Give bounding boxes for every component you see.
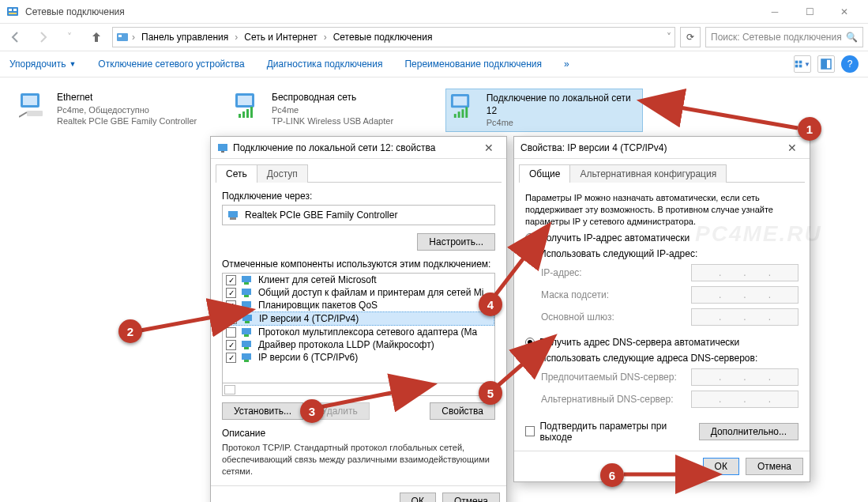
adapter-field: Realtek PCIe GBE Family Controller [222, 205, 495, 225]
connection-name: Ethernet [57, 92, 197, 104]
protocol-icon [241, 287, 254, 298]
back-button[interactable] [5, 26, 27, 48]
connection-device: Realtek PCIe GBE Family Controller [57, 115, 197, 126]
radio-auto-dns[interactable]: Получить адрес DNS-сервера автоматически [525, 337, 798, 348]
component-label: Планировщик пакетов QoS [258, 300, 378, 311]
radio-manual-dns[interactable]: Использовать следующие адреса DNS-сервер… [525, 353, 798, 364]
connection-name: Подключение по локальной сети 12 [487, 92, 639, 117]
svg-rect-38 [245, 321, 250, 323]
component-label: Общий доступ к файлам и принтерам для се… [258, 287, 483, 298]
cmd-organize[interactable]: Упорядочить ▼ [9, 59, 76, 70]
refresh-button[interactable]: ⟳ [680, 27, 701, 47]
breadcrumb-item[interactable]: Сетевые подключения [330, 32, 436, 43]
svg-rect-20 [250, 107, 253, 118]
connection-item[interactable]: Беспроводная сеть Pc4me TP-LINK Wireless… [231, 89, 428, 132]
svg-rect-33 [242, 289, 251, 295]
ip-label: IP-адрес: [541, 267, 683, 278]
svg-rect-11 [821, 59, 827, 69]
svg-rect-28 [221, 151, 224, 153]
configure-button[interactable]: Настроить... [417, 233, 495, 251]
radio-icon [525, 353, 535, 363]
install-button[interactable]: Установить... [222, 402, 303, 420]
component-row[interactable]: Протокол мультиплексора сетевого адаптер… [223, 326, 494, 338]
component-row[interactable]: ✓Общий доступ к файлам и принтерам для с… [223, 286, 494, 299]
cancel-button[interactable]: Отмена [442, 493, 500, 502]
component-row[interactable]: ✓Клиент для сетей Microsoft [223, 274, 494, 286]
svg-rect-19 [246, 109, 249, 118]
breadcrumb-dropdown[interactable]: ˅ [667, 32, 671, 43]
breadcrumb-item[interactable]: Сеть и Интернет [241, 32, 320, 43]
ok-button[interactable]: ОК [400, 493, 436, 502]
breadcrumb-icon [116, 31, 129, 43]
recent-dropdown[interactable]: ˅ [58, 26, 81, 48]
callout-6: 6 [600, 463, 624, 487]
radio-icon [525, 249, 535, 259]
connect-via-label: Подключение через: [222, 191, 495, 202]
mask-input: ... [691, 286, 798, 304]
checkbox[interactable]: ✓ [226, 288, 236, 298]
breadcrumb[interactable]: › Панель управления › Сеть и Интернет › … [112, 27, 675, 47]
svg-rect-30 [230, 217, 236, 220]
help-button[interactable]: ? [841, 55, 859, 73]
preview-pane-button[interactable] [817, 55, 835, 73]
horizontal-scrollbar[interactable] [222, 383, 495, 396]
ok-button[interactable]: ОК [703, 458, 739, 475]
dialog-close-button[interactable]: ✕ [478, 138, 500, 157]
tab-network[interactable]: Сеть [216, 164, 257, 183]
component-row[interactable]: ✓IP версии 6 (TCP/IPv6) [223, 351, 494, 364]
connection-item[interactable]: Ethernet Pc4me, Общедоступно Realtek PCI… [16, 89, 213, 132]
checkbox[interactable]: ✓ [226, 300, 236, 311]
svg-rect-26 [465, 107, 468, 118]
breadcrumb-item[interactable]: Панель управления [138, 32, 231, 43]
close-button[interactable]: ✕ [827, 1, 862, 23]
maximize-button[interactable]: ☐ [792, 1, 827, 23]
callout-1: 1 [798, 117, 821, 141]
connection-status: Pc4me [487, 117, 639, 128]
connection-status: Pc4me [272, 104, 393, 115]
component-row[interactable]: ✓Планировщик пакетов QoS [223, 299, 494, 311]
component-row[interactable]: ✓Драйвер протокола LLDP (Майкрософт) [223, 338, 494, 351]
ethernet-icon [19, 92, 51, 120]
minimize-button[interactable]: ─ [757, 1, 792, 23]
advanced-button[interactable]: Дополнительно... [699, 423, 798, 440]
cmd-rename[interactable]: Переименование подключения [404, 59, 542, 70]
checkbox[interactable]: ✓ [227, 314, 237, 324]
connection-status: Pc4me, Общедоступно [57, 104, 197, 115]
component-row[interactable]: ✓IP версии 4 (TCP/IPv4) [223, 311, 494, 326]
svg-rect-13 [23, 96, 37, 105]
component-label: IP версии 4 (TCP/IPv4) [259, 313, 359, 324]
cmd-disable[interactable]: Отключение сетевого устройства [98, 59, 244, 70]
svg-rect-7 [799, 61, 802, 64]
checkbox[interactable] [226, 327, 236, 338]
components-list[interactable]: ✓Клиент для сетей Microsoft✓Общий доступ… [222, 273, 495, 383]
cmd-more[interactable]: » [564, 59, 569, 70]
checkbox[interactable]: ✓ [226, 340, 236, 350]
tab-general[interactable]: Общие [519, 164, 570, 183]
component-label: Протокол мультиплексора сетевого адаптер… [258, 326, 477, 338]
up-button[interactable] [85, 26, 107, 48]
wifi-icon [234, 92, 265, 120]
svg-rect-39 [242, 328, 251, 334]
dialog-close-button[interactable]: ✕ [781, 138, 803, 157]
adapter-name: Realtek PCIe GBE Family Controller [245, 209, 397, 221]
adapter-icon [227, 209, 240, 221]
svg-rect-6 [795, 61, 798, 64]
view-options-button[interactable]: ▼ [794, 55, 811, 73]
search-input[interactable]: Поиск: Сетевые подключения 🔍 [705, 27, 863, 47]
checkbox[interactable]: ✓ [226, 275, 236, 285]
search-placeholder: Поиск: Сетевые подключения [711, 32, 842, 43]
properties-button[interactable]: Свойства [430, 402, 495, 420]
validate-checkbox[interactable] [525, 426, 535, 436]
connection-name: Беспроводная сеть [272, 92, 393, 104]
connection-device: TP-LINK Wireless USB Adapter [272, 115, 393, 126]
cmd-diagnose[interactable]: Диагностика подключения [267, 59, 383, 70]
checkbox[interactable]: ✓ [226, 353, 236, 363]
radio-manual-ip[interactable]: Использовать следующий IP-адрес: [525, 248, 798, 259]
address-bar-row: ˅ › Панель управления › Сеть и Интернет … [0, 24, 868, 51]
tab-alternate[interactable]: Альтернативная конфигурация [569, 164, 727, 183]
component-label: IP версии 6 (TCP/IPv6) [258, 352, 358, 363]
forward-button[interactable] [32, 26, 54, 48]
cancel-button[interactable]: Отмена [746, 458, 803, 475]
connection-item-selected[interactable]: Подключение по локальной сети 12 Pc4me [445, 89, 643, 132]
tab-sharing[interactable]: Доступ [257, 164, 308, 183]
